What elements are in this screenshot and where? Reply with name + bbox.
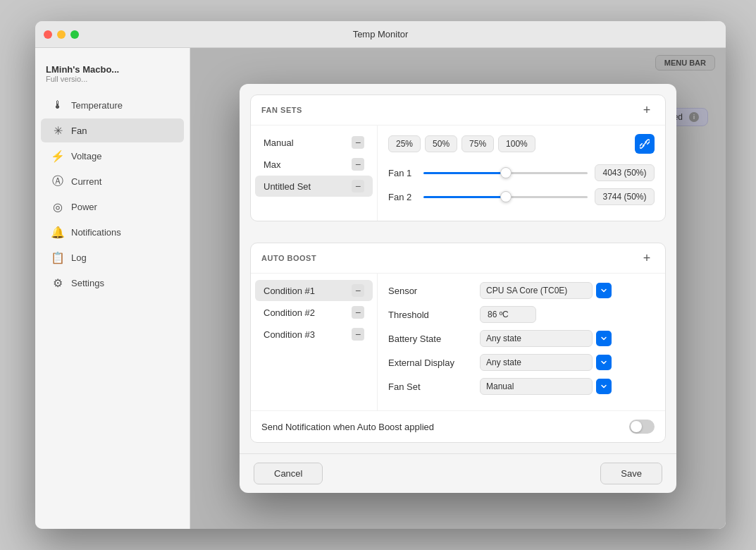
chevron-down-icon-display bbox=[600, 359, 607, 366]
condition-1-item[interactable]: Condition #1 − bbox=[255, 280, 373, 301]
sidebar-label-log: Log bbox=[71, 252, 87, 263]
fan-set-name-untitled: Untitled Set bbox=[264, 181, 311, 192]
notifications-icon: 🔔 bbox=[51, 226, 64, 238]
battery-row: Battery State Any state bbox=[388, 330, 655, 347]
chevron-down-icon bbox=[600, 287, 607, 294]
condition-3-item[interactable]: Condition #3 − bbox=[255, 324, 373, 345]
auto-boost-section: AUTO BOOST + Condition #1 − bbox=[250, 243, 666, 443]
sidebar-item-log[interactable]: 📋 Log bbox=[41, 245, 184, 269]
close-button[interactable] bbox=[44, 30, 52, 39]
current-icon: Ⓐ bbox=[51, 175, 64, 188]
link-fans-button[interactable] bbox=[635, 134, 655, 154]
sidebar-label-power: Power bbox=[71, 202, 97, 212]
temperature-icon: 🌡 bbox=[51, 99, 64, 111]
device-sub: Full versio... bbox=[46, 75, 179, 83]
save-button[interactable]: Save bbox=[600, 463, 662, 484]
modal-overlay: FAN SETS + Manual − Max bbox=[190, 48, 726, 529]
sidebar-item-fan[interactable]: ✳ Fan bbox=[41, 118, 184, 142]
notification-label: Send Notification when Auto Boost applie… bbox=[261, 422, 434, 432]
condition-2-label: Condition #2 bbox=[264, 307, 315, 318]
sensor-select-control: CPU SA Core (TC0E) bbox=[480, 282, 655, 299]
auto-boost-add-button[interactable]: + bbox=[639, 250, 655, 266]
fan2-row: Fan 2 3744 (50%) bbox=[388, 188, 655, 205]
sensor-label: Sensor bbox=[388, 286, 473, 296]
cancel-button[interactable]: Cancel bbox=[254, 463, 323, 484]
sidebar-item-power[interactable]: ◎ Power bbox=[41, 195, 184, 219]
fan-set-remove-max[interactable]: − bbox=[352, 158, 364, 171]
sensor-row: Sensor CPU SA Core (TC0E) bbox=[388, 282, 655, 299]
fan2-slider-container bbox=[423, 190, 588, 204]
sidebar-item-current[interactable]: Ⓐ Current bbox=[41, 169, 184, 193]
window-title: Temp Monitor bbox=[353, 29, 409, 39]
preset-75[interactable]: 75% bbox=[461, 135, 494, 152]
fan-set-remove-manual[interactable]: − bbox=[352, 136, 364, 149]
display-select[interactable]: Any state bbox=[480, 354, 593, 371]
fan2-label: Fan 2 bbox=[388, 192, 416, 202]
chevron-down-icon-battery bbox=[600, 335, 607, 342]
display-row: External Display Any state bbox=[388, 354, 655, 371]
auto-boost-header: AUTO BOOST + bbox=[251, 243, 665, 274]
fanset-select-control: Manual bbox=[480, 378, 655, 395]
sensor-select[interactable]: CPU SA Core (TC0E) bbox=[480, 282, 593, 299]
fanset-select[interactable]: Manual bbox=[480, 378, 593, 395]
preset-100[interactable]: 100% bbox=[498, 135, 535, 152]
sidebar-label-notifications: Notifications bbox=[71, 227, 121, 238]
condition-2-item[interactable]: Condition #2 − bbox=[255, 302, 373, 323]
sensor-select-arrow[interactable] bbox=[596, 283, 612, 298]
sidebar-item-settings[interactable]: ⚙ Settings bbox=[41, 271, 184, 295]
voltage-icon: ⚡ bbox=[51, 149, 64, 162]
sidebar-label-settings: Settings bbox=[71, 278, 104, 288]
fan-sets-add-button[interactable]: + bbox=[639, 102, 655, 118]
fanset-label: Fan Set bbox=[388, 381, 473, 392]
sidebar-label-fan: Fan bbox=[71, 126, 87, 136]
condition-config-panel: Sensor CPU SA Core (TC0E) bbox=[378, 274, 665, 410]
display-select-arrow[interactable] bbox=[596, 355, 612, 370]
log-icon: 📋 bbox=[51, 251, 64, 264]
preset-50[interactable]: 50% bbox=[425, 135, 457, 152]
fan2-slider[interactable] bbox=[423, 196, 588, 198]
auto-boost-body: Condition #1 − Condition #2 − Condition … bbox=[251, 274, 665, 410]
fan-set-remove-untitled[interactable]: − bbox=[352, 180, 364, 192]
sidebar-item-voltage[interactable]: ⚡ Voltage bbox=[41, 144, 184, 168]
battery-select[interactable]: Any state bbox=[480, 330, 593, 347]
auto-boost-title: AUTO BOOST bbox=[261, 254, 316, 262]
link-icon bbox=[640, 139, 650, 149]
fanset-select-arrow[interactable] bbox=[596, 379, 612, 394]
threshold-row: Threshold bbox=[388, 306, 655, 323]
sidebar-item-temperature[interactable]: 🌡 Temperature bbox=[41, 93, 184, 117]
fan1-slider-container bbox=[423, 166, 588, 180]
sidebar-item-notifications[interactable]: 🔔 Notifications bbox=[41, 220, 184, 244]
maximize-button[interactable] bbox=[70, 30, 79, 39]
sidebar: LMinh's Macbo... Full versio... 🌡 Temper… bbox=[35, 48, 190, 529]
fan-set-item-max[interactable]: Max − bbox=[255, 154, 373, 175]
conditions-list: Condition #1 − Condition #2 − Condition … bbox=[251, 274, 378, 410]
fan-set-name-max: Max bbox=[264, 159, 281, 170]
fan1-slider[interactable] bbox=[423, 172, 588, 174]
battery-label: Battery State bbox=[388, 334, 473, 344]
threshold-input[interactable] bbox=[480, 306, 536, 323]
sidebar-label-current: Current bbox=[71, 176, 101, 187]
fan-set-item-manual[interactable]: Manual − bbox=[255, 132, 373, 153]
fan-icon: ✳ bbox=[51, 124, 64, 137]
condition-3-label: Condition #3 bbox=[264, 329, 315, 340]
chevron-down-icon-fanset bbox=[600, 383, 607, 390]
fan-sets-body: Manual − Max − Untitled Set − bbox=[251, 126, 665, 221]
svg-line-0 bbox=[643, 142, 647, 146]
fan-sets-title: FAN SETS bbox=[261, 106, 302, 114]
power-icon: ◎ bbox=[51, 200, 64, 213]
window-controls bbox=[44, 30, 79, 39]
minimize-button[interactable] bbox=[57, 30, 66, 39]
fan-sets-header: FAN SETS + bbox=[251, 95, 665, 126]
battery-select-arrow[interactable] bbox=[596, 331, 612, 346]
condition-1-remove[interactable]: − bbox=[352, 284, 364, 297]
notification-toggle[interactable] bbox=[629, 420, 655, 434]
condition-3-remove[interactable]: − bbox=[352, 328, 364, 341]
fan2-value: 3744 (50%) bbox=[595, 188, 655, 205]
modal-dialog: FAN SETS + Manual − Max bbox=[240, 84, 676, 493]
fan-set-item-untitled[interactable]: Untitled Set − bbox=[255, 176, 373, 197]
fanset-row: Fan Set Manual bbox=[388, 378, 655, 395]
preset-25[interactable]: 25% bbox=[388, 135, 421, 152]
threshold-label: Threshold bbox=[388, 310, 473, 320]
app-window: Temp Monitor LMinh's Macbo... Full versi… bbox=[35, 21, 726, 529]
condition-2-remove[interactable]: − bbox=[352, 306, 364, 319]
